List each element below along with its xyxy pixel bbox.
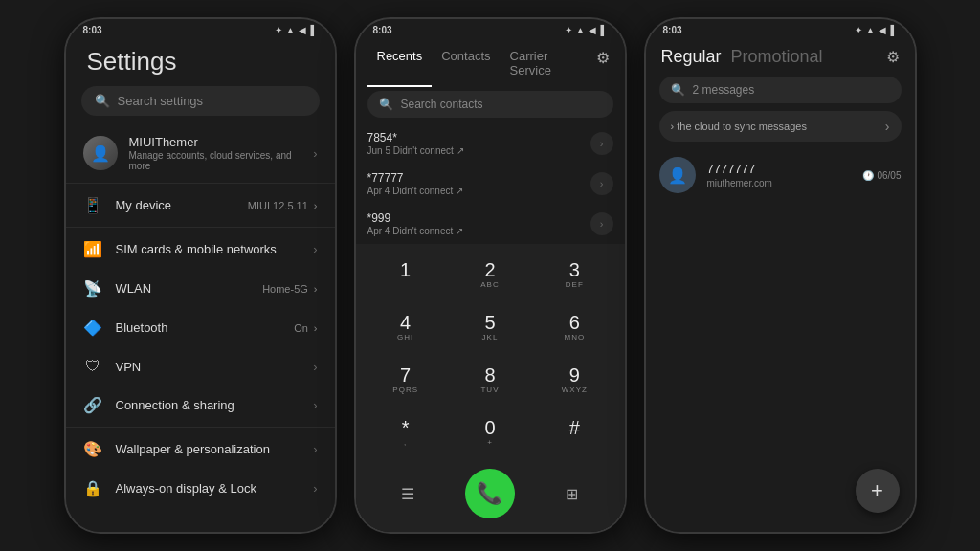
bt-icon-3: ✦ bbox=[855, 25, 862, 35]
account-name: MIUIThemer bbox=[129, 135, 302, 149]
wallpaper-icon: 🎨 bbox=[83, 440, 102, 458]
recent-name-0: 7854* bbox=[368, 131, 581, 144]
settings-item-wallpaper[interactable]: 🎨 Wallpaper & personalization › bbox=[66, 430, 335, 469]
device-icon: 📱 bbox=[83, 196, 102, 214]
signal-icon-2: ▲ bbox=[576, 25, 586, 35]
dial-key-hash[interactable]: # bbox=[532, 407, 616, 459]
status-time-3: 8:03 bbox=[663, 25, 682, 35]
device-badge: MIUI 12.5.11 bbox=[248, 200, 308, 211]
wallpaper-chevron: › bbox=[313, 442, 317, 456]
tab-promotional[interactable]: Promotional bbox=[731, 43, 823, 71]
recent-info-0: 7854* Jun 5 Didn't connect ↗ bbox=[368, 131, 581, 156]
dial-key-9[interactable]: 9WXYZ bbox=[532, 354, 616, 407]
dialer-screen: Recents Contacts Carrier Service ⚙ 🔍 Sea… bbox=[356, 37, 625, 532]
vpn-chevron: › bbox=[313, 360, 317, 374]
dial-key-star[interactable]: *, bbox=[364, 407, 448, 459]
dialpad-grid-button[interactable]: ⊞ bbox=[555, 476, 590, 511]
sync-text: › the cloud to sync messages bbox=[671, 121, 878, 132]
messages-search-placeholder: 2 messages bbox=[693, 83, 755, 97]
wifi-icon-2: ◀ bbox=[589, 25, 596, 35]
message-item-0[interactable]: 👤 7777777 miuthemer.com 🕐 06/05 bbox=[646, 147, 915, 203]
bluetooth-label: Bluetooth bbox=[116, 320, 281, 335]
tab-carrier[interactable]: Carrier Service bbox=[501, 41, 592, 87]
messages-gear-icon[interactable]: ⚙ bbox=[886, 48, 900, 66]
recent-info-2: *999 Apr 4 Didn't connect ↗ bbox=[368, 211, 581, 236]
settings-item-device[interactable]: 📱 My device MIUI 12.5.11 › bbox=[66, 186, 335, 225]
tab-recents[interactable]: Recents bbox=[368, 41, 433, 87]
messages-sync-bar[interactable]: › the cloud to sync messages › bbox=[659, 111, 902, 142]
sim-icon: 📶 bbox=[83, 240, 102, 258]
phone-settings: 8:03 ✦ ▲ ◀ ▌ Settings 🔍 Search settings … bbox=[64, 17, 337, 534]
recent-item-2[interactable]: *999 Apr 4 Didn't connect ↗ › bbox=[356, 204, 625, 244]
status-bar-1: 8:03 ✦ ▲ ◀ ▌ bbox=[66, 19, 335, 37]
wallpaper-label: Wallpaper & personalization bbox=[116, 442, 301, 456]
messages-search-icon: 🔍 bbox=[671, 83, 685, 97]
avatar: 👤 bbox=[83, 136, 118, 170]
clock-icon: 🕐 bbox=[862, 170, 874, 181]
phone-dialer: 8:03 ✦ ▲ ◀ ▌ Recents Contacts Carrier Se… bbox=[354, 17, 627, 534]
dial-key-4[interactable]: 4GHI bbox=[364, 300, 448, 353]
lock-label: Always-on display & Lock bbox=[116, 481, 301, 496]
wlan-badge: Home-5G bbox=[262, 283, 308, 295]
dial-key-2[interactable]: 2ABC bbox=[448, 248, 532, 300]
bluetooth-settings-icon: 🔷 bbox=[83, 319, 102, 337]
wlan-chevron: › bbox=[314, 283, 318, 295]
status-bar-2: 8:03 ✦ ▲ ◀ ▌ bbox=[356, 19, 625, 37]
settings-item-connection[interactable]: 🔗 Connection & sharing › bbox=[66, 386, 335, 425]
connection-chevron: › bbox=[313, 398, 317, 412]
settings-item-lock[interactable]: 🔒 Always-on display & Lock › bbox=[66, 469, 335, 508]
message-tabs: Regular Promotional bbox=[661, 43, 823, 71]
recent-item-1[interactable]: *77777 Apr 4 Didn't connect ↗ › bbox=[356, 164, 625, 204]
settings-item-sim[interactable]: 📶 SIM cards & mobile networks › bbox=[66, 230, 335, 269]
dial-key-1[interactable]: 1 bbox=[364, 248, 448, 300]
bt-icon-2: ✦ bbox=[565, 25, 572, 35]
bluetooth-chevron: › bbox=[314, 322, 318, 334]
dial-key-6[interactable]: 6MNO bbox=[532, 300, 616, 353]
recent-arrow-1[interactable]: › bbox=[590, 172, 613, 195]
settings-item-vpn[interactable]: 🛡 VPN › bbox=[66, 347, 335, 386]
dial-key-7[interactable]: 7PQRS bbox=[364, 354, 448, 407]
message-info-0: 7777777 miuthemer.com bbox=[707, 162, 852, 188]
dialer-actions: ☰ 📞 ⊞ bbox=[356, 463, 625, 532]
signal-icon-3: ▲ bbox=[866, 25, 876, 35]
recent-arrow-2[interactable]: › bbox=[590, 212, 613, 235]
dialer-gear-icon[interactable]: ⚙ bbox=[592, 41, 613, 87]
lock-chevron: › bbox=[313, 481, 317, 496]
phone-messages: 8:03 ✦ ▲ ◀ ▌ Regular Promotional ⚙ 🔍 2 m… bbox=[644, 17, 917, 534]
status-icons-2: ✦ ▲ ◀ ▌ bbox=[565, 25, 608, 35]
bluetooth-value: On › bbox=[294, 322, 317, 334]
settings-item-bluetooth[interactable]: 🔷 Bluetooth On › bbox=[66, 308, 335, 347]
recent-sub-0: Jun 5 Didn't connect ↗ bbox=[368, 145, 581, 156]
call-button[interactable]: 📞 bbox=[465, 469, 515, 518]
account-sub: Manage accounts, cloud services, and mor… bbox=[129, 150, 302, 171]
device-value: MIUI 12.5.11 › bbox=[248, 200, 318, 211]
settings-screen: Settings 🔍 Search settings 👤 MIUIThemer … bbox=[66, 37, 335, 532]
messages-search-bar[interactable]: 🔍 2 messages bbox=[659, 77, 902, 103]
dialer-search-bar[interactable]: 🔍 Search contacts bbox=[368, 91, 613, 118]
recent-arrow-0[interactable]: › bbox=[590, 132, 613, 155]
dial-key-3[interactable]: 3DEF bbox=[532, 248, 616, 300]
dial-key-8[interactable]: 8TUV bbox=[448, 354, 532, 407]
wlan-value: Home-5G › bbox=[262, 283, 317, 295]
tab-regular[interactable]: Regular bbox=[661, 43, 722, 71]
messages-screen: Regular Promotional ⚙ 🔍 2 messages › the… bbox=[646, 37, 915, 532]
status-icons-3: ✦ ▲ ◀ ▌ bbox=[855, 25, 898, 35]
compose-button[interactable]: + bbox=[856, 469, 900, 513]
message-avatar-0: 👤 bbox=[659, 157, 696, 193]
account-row[interactable]: 👤 MIUIThemer Manage accounts, cloud serv… bbox=[66, 125, 335, 181]
tab-contacts[interactable]: Contacts bbox=[432, 41, 500, 87]
dialpad-menu-button[interactable]: ☰ bbox=[390, 476, 425, 511]
search-bar[interactable]: 🔍 Search settings bbox=[81, 86, 320, 116]
divider-1 bbox=[66, 183, 335, 184]
wifi-icon-3: ◀ bbox=[879, 25, 886, 35]
connection-label: Connection & sharing bbox=[116, 398, 301, 412]
connection-icon: 🔗 bbox=[83, 396, 102, 414]
message-name-0: 7777777 bbox=[707, 162, 852, 176]
dialer-search-icon: 🔍 bbox=[379, 98, 393, 111]
bluetooth-badge: On bbox=[294, 322, 308, 334]
settings-item-wlan[interactable]: 📡 WLAN Home-5G › bbox=[66, 269, 335, 308]
dial-key-5[interactable]: 5JKL bbox=[448, 300, 532, 353]
recent-item-0[interactable]: 7854* Jun 5 Didn't connect ↗ › bbox=[356, 123, 625, 164]
account-chevron: › bbox=[313, 146, 317, 161]
dial-key-0[interactable]: 0+ bbox=[448, 407, 532, 459]
